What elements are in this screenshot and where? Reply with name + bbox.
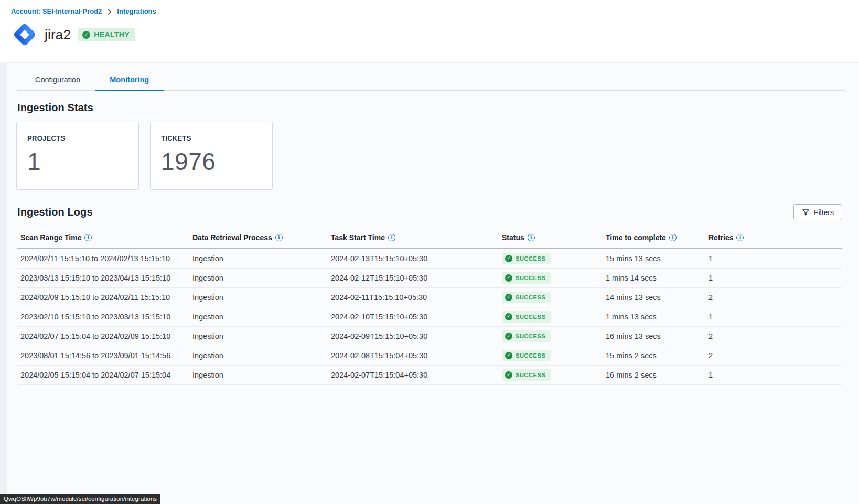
status-badge: SUCCESS: [502, 330, 551, 342]
ingestion-logs-table: Scan Range Time Data Retrieval Process T…: [17, 228, 842, 385]
info-icon[interactable]: [669, 234, 677, 241]
status-badge: SUCCESS: [502, 253, 551, 264]
cell-process: Ingestion: [189, 287, 328, 307]
check-icon: [505, 294, 512, 301]
cell-status: SUCCESS: [499, 307, 603, 326]
cell-scan-range: 2023/03/13 15:15:10 to 2023/04/13 15:15:…: [17, 268, 189, 287]
cell-time-to-complete: 1 mins 13 secs: [603, 307, 705, 326]
column-header-task-start-time: Task Start Time: [328, 228, 499, 249]
table-row: 2023/08/01 15:14:56 to 2023/09/01 15:14:…: [17, 346, 842, 365]
cell-retries: 2: [705, 346, 842, 365]
tab-monitoring[interactable]: Monitoring: [95, 71, 164, 90]
ingestion-stats-title: Ingestion Stats: [17, 102, 849, 114]
cell-task-start: 2024-02-07T15:15:04+05:30: [328, 365, 499, 384]
info-icon[interactable]: [736, 234, 744, 241]
cell-status: SUCCESS: [499, 249, 603, 268]
cell-task-start: 2024-02-12T15:15:10+05:30: [328, 268, 499, 287]
status-badge: SUCCESS: [502, 350, 551, 361]
check-icon: [505, 255, 512, 262]
cell-time-to-complete: 15 mins 13 secs: [603, 249, 705, 268]
filters-button-label: Filters: [814, 208, 834, 217]
cell-status: SUCCESS: [499, 268, 603, 287]
column-header-data-retrieval-process: Data Retrieval Process: [189, 228, 328, 249]
column-header-time-to-complete: Time to complete: [603, 228, 705, 249]
table-row: 2023/03/13 15:15:10 to 2023/04/13 15:15:…: [17, 268, 842, 287]
cell-task-start: 2024-02-08T15:15:04+05:30: [328, 346, 499, 365]
cell-status: SUCCESS: [499, 326, 603, 346]
cell-retries: 1: [705, 307, 842, 326]
health-status-label: HEALTHY: [94, 30, 130, 39]
cell-time-to-complete: 16 mins 2 secs: [603, 365, 705, 384]
column-header-retries: Retries: [705, 228, 842, 249]
cell-process: Ingestion: [189, 365, 328, 384]
column-label: Retries: [708, 233, 733, 242]
breadcrumb: Account: SEI-Internal-Prod2 Integrations: [11, 7, 859, 15]
stat-value: 1976: [161, 147, 262, 176]
status-text: SUCCESS: [516, 333, 545, 339]
ingestion-logs-header: Ingestion Logs Filters: [17, 204, 842, 220]
check-icon: [505, 371, 512, 379]
info-icon[interactable]: [528, 234, 535, 241]
cell-retries: 1: [705, 249, 842, 268]
status-text: SUCCESS: [516, 352, 545, 359]
stat-card-tickets: TICKETS 1976: [150, 122, 273, 190]
cell-process: Ingestion: [189, 326, 328, 346]
status-badge: SUCCESS: [502, 369, 551, 381]
tab-configuration[interactable]: Configuration: [20, 71, 95, 90]
cell-time-to-complete: 16 mins 13 secs: [603, 326, 705, 346]
column-label: Data Retrieval Process: [192, 233, 272, 242]
table-row: 2024/02/05 15:15:04 to 2024/02/07 15:15:…: [17, 365, 842, 384]
cell-retries: 2: [705, 326, 842, 346]
stats-cards-row: PROJECTS 1 TICKETS 1976: [16, 122, 849, 190]
status-text: SUCCESS: [516, 275, 545, 281]
cell-retries: 1: [705, 268, 842, 287]
stat-card-projects: PROJECTS 1: [16, 122, 139, 190]
breadcrumb-account-link[interactable]: Account: SEI-Internal-Prod2: [11, 7, 102, 15]
cell-scan-range: 2024/02/07 15:15:04 to 2024/02/09 15:15:…: [17, 326, 189, 346]
status-badge: SUCCESS: [502, 272, 551, 284]
cell-time-to-complete: 15 mins 2 secs: [603, 346, 705, 365]
check-icon: [505, 352, 512, 359]
main-content: Configuration Monitoring Ingestion Stats…: [7, 63, 859, 504]
status-text: SUCCESS: [516, 372, 545, 378]
cell-process: Ingestion: [189, 346, 328, 365]
column-header-status: Status: [499, 228, 603, 249]
page-header: Account: SEI-Internal-Prod2 Integrations…: [0, 0, 859, 62]
filter-funnel-icon: [802, 208, 810, 216]
info-icon[interactable]: [84, 234, 92, 241]
info-icon[interactable]: [388, 234, 395, 241]
cell-time-to-complete: 14 mins 13 secs: [603, 287, 705, 307]
status-text: SUCCESS: [516, 314, 545, 320]
cell-task-start: 2024-02-11T15:15:10+05:30: [328, 287, 499, 307]
cell-task-start: 2024-02-10T15:15:10+05:30: [328, 307, 499, 326]
stat-label: PROJECTS: [27, 134, 128, 142]
check-icon: [505, 274, 512, 282]
cell-status: SUCCESS: [499, 287, 603, 307]
column-label: Time to complete: [606, 233, 666, 242]
check-icon: [505, 313, 512, 320]
table-row: 2023/02/10 15:15:10 to 2023/03/13 15:15:…: [17, 307, 842, 326]
integration-title-row: jira2 HEALTHY: [11, 21, 859, 48]
cell-scan-range: 2023/08/01 15:14:56 to 2023/09/01 15:14:…: [17, 346, 189, 365]
column-label: Status: [502, 233, 524, 242]
ingestion-logs-title: Ingestion Logs: [17, 206, 93, 218]
cell-scan-range: 2024/02/05 15:15:04 to 2024/02/07 15:15:…: [17, 365, 189, 384]
info-icon[interactable]: [275, 234, 283, 241]
table-row: 2024/02/07 15:15:04 to 2024/02/09 15:15:…: [17, 326, 842, 346]
table-row: 2024/02/09 15:15:10 to 2024/02/11 15:15:…: [17, 287, 842, 307]
cell-retries: 2: [705, 287, 842, 307]
filters-button[interactable]: Filters: [793, 204, 842, 220]
page-title: jira2: [45, 27, 71, 43]
column-label: Task Start Time: [331, 233, 385, 242]
status-text: SUCCESS: [516, 255, 545, 262]
status-badge: SUCCESS: [502, 292, 551, 303]
check-icon: [505, 333, 512, 340]
table-row: 2024/02/11 15:15:10 to 2024/02/13 15:15:…: [17, 249, 842, 268]
cell-process: Ingestion: [189, 307, 328, 326]
stat-label: TICKETS: [161, 134, 262, 142]
status-text: SUCCESS: [516, 294, 545, 301]
cell-scan-range: 2024/02/09 15:15:10 to 2024/02/11 15:15:…: [17, 287, 189, 307]
breadcrumb-integrations-link[interactable]: Integrations: [117, 7, 156, 15]
cell-time-to-complete: 1 mins 14 secs: [603, 268, 705, 287]
cell-task-start: 2024-02-13T15:15:10+05:30: [328, 249, 499, 268]
